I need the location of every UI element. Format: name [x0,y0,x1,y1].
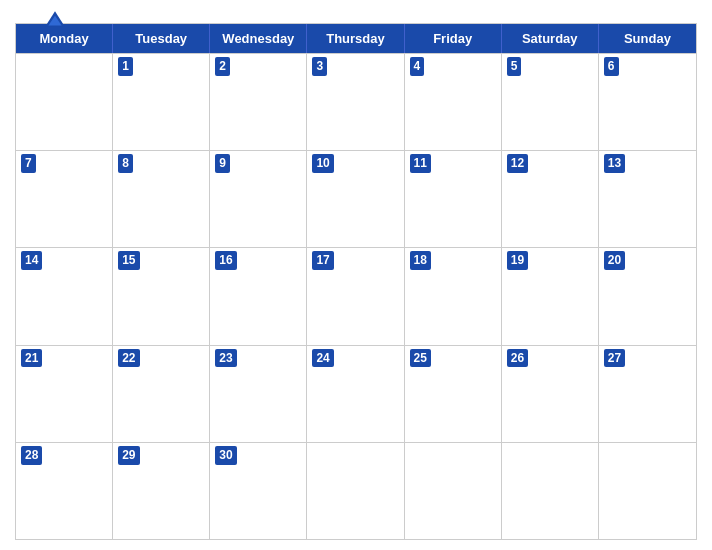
logo-icon [44,10,66,28]
day-cell: 8 [113,151,210,247]
day-number: 12 [507,154,528,173]
day-cell: 22 [113,346,210,442]
day-number: 13 [604,154,625,173]
day-number: 18 [410,251,431,270]
day-cell: 5 [502,54,599,150]
day-cell: 12 [502,151,599,247]
day-number: 6 [604,57,619,76]
day-number: 2 [215,57,230,76]
day-header-wednesday: Wednesday [210,24,307,53]
day-cell: 19 [502,248,599,344]
day-number: 28 [21,446,42,465]
day-cell: 21 [16,346,113,442]
day-cell: 4 [405,54,502,150]
day-number: 8 [118,154,133,173]
day-cell: 27 [599,346,696,442]
weeks-container: 1234567891011121314151617181920212223242… [16,53,696,539]
day-header-tuesday: Tuesday [113,24,210,53]
day-cell: 20 [599,248,696,344]
day-cell: 1 [113,54,210,150]
day-cell: 9 [210,151,307,247]
day-cell: 3 [307,54,404,150]
day-headers-row: MondayTuesdayWednesdayThursdayFridaySatu… [16,24,696,53]
day-cell [307,443,404,539]
week-row-5: 282930 [16,442,696,539]
day-cell: 14 [16,248,113,344]
day-number: 30 [215,446,236,465]
day-cell: 25 [405,346,502,442]
logo [15,10,95,30]
day-cell [599,443,696,539]
day-cell: 10 [307,151,404,247]
day-cell: 23 [210,346,307,442]
day-cell [405,443,502,539]
day-cell: 24 [307,346,404,442]
day-number: 26 [507,349,528,368]
day-cell: 30 [210,443,307,539]
day-number: 3 [312,57,327,76]
day-number: 19 [507,251,528,270]
day-number: 22 [118,349,139,368]
day-number: 16 [215,251,236,270]
day-header-saturday: Saturday [502,24,599,53]
day-number: 4 [410,57,425,76]
day-number: 17 [312,251,333,270]
day-cell: 2 [210,54,307,150]
calendar-header [15,10,697,23]
day-number: 24 [312,349,333,368]
day-number: 1 [118,57,133,76]
day-cell: 15 [113,248,210,344]
week-row-4: 21222324252627 [16,345,696,442]
day-number: 14 [21,251,42,270]
day-number: 7 [21,154,36,173]
day-number: 23 [215,349,236,368]
day-cell: 16 [210,248,307,344]
day-header-friday: Friday [405,24,502,53]
day-cell [16,54,113,150]
day-number: 10 [312,154,333,173]
day-cell: 29 [113,443,210,539]
day-number: 20 [604,251,625,270]
week-row-3: 14151617181920 [16,247,696,344]
day-cell [502,443,599,539]
day-header-thursday: Thursday [307,24,404,53]
calendar-grid: MondayTuesdayWednesdayThursdayFridaySatu… [15,23,697,540]
day-cell: 7 [16,151,113,247]
day-cell: 17 [307,248,404,344]
calendar-page: MondayTuesdayWednesdayThursdayFridaySatu… [0,0,712,550]
day-cell: 26 [502,346,599,442]
day-number: 29 [118,446,139,465]
day-number: 21 [21,349,42,368]
day-cell: 18 [405,248,502,344]
day-cell: 6 [599,54,696,150]
day-cell: 28 [16,443,113,539]
day-number: 9 [215,154,230,173]
day-cell: 11 [405,151,502,247]
day-number: 5 [507,57,522,76]
day-number: 25 [410,349,431,368]
day-header-sunday: Sunday [599,24,696,53]
day-number: 11 [410,154,431,173]
day-number: 27 [604,349,625,368]
day-number: 15 [118,251,139,270]
week-row-2: 78910111213 [16,150,696,247]
day-cell: 13 [599,151,696,247]
week-row-1: 123456 [16,53,696,150]
